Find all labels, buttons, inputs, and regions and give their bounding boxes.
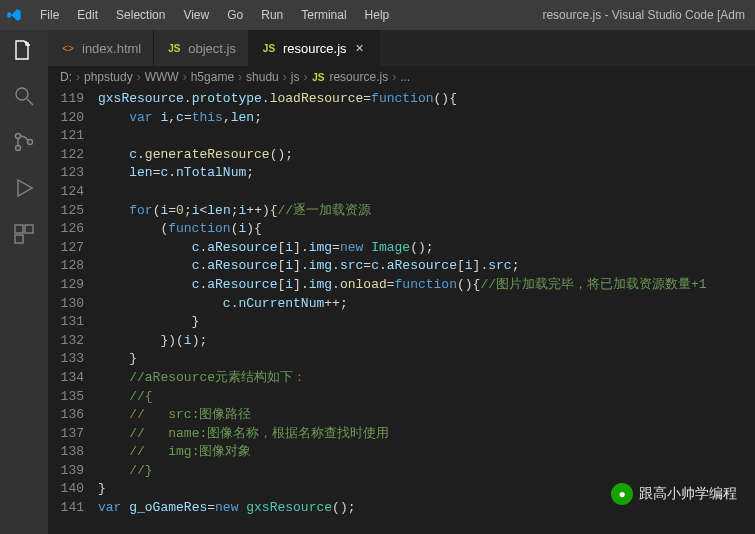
svg-point-1 xyxy=(16,134,21,139)
close-icon[interactable]: × xyxy=(353,41,367,55)
editor-area: <>index.htmlJSobject.jsJSresource.js× D:… xyxy=(48,30,755,534)
code-line[interactable]: c.generateResource(); xyxy=(98,146,755,165)
code-line[interactable]: c.aResource[i].img.onload=function(){//图… xyxy=(98,276,755,295)
code-line[interactable]: //{ xyxy=(98,388,755,407)
code-line[interactable]: } xyxy=(98,313,755,332)
line-number: 121 xyxy=(48,127,84,146)
breadcrumb-item[interactable]: h5game xyxy=(191,70,234,84)
code-line[interactable]: } xyxy=(98,350,755,369)
menu-file[interactable]: File xyxy=(32,4,67,26)
code-line[interactable]: //} xyxy=(98,462,755,481)
line-number: 125 xyxy=(48,202,84,221)
svg-point-2 xyxy=(16,146,21,151)
chevron-right-icon: › xyxy=(283,70,287,84)
js-file-icon: JS xyxy=(261,40,277,56)
tab-index-html[interactable]: <>index.html xyxy=(48,30,154,66)
code-area[interactable]: 1191201211221231241251261271281291301311… xyxy=(48,88,755,534)
line-number: 141 xyxy=(48,499,84,518)
menu-bar: File Edit Selection View Go Run Terminal… xyxy=(32,4,397,26)
code-line[interactable]: c.nCurrentNum++; xyxy=(98,295,755,314)
chevron-right-icon: › xyxy=(137,70,141,84)
breadcrumb-item[interactable]: WWW xyxy=(145,70,179,84)
line-number: 139 xyxy=(48,462,84,481)
menu-edit[interactable]: Edit xyxy=(69,4,106,26)
breadcrumb-item[interactable]: js xyxy=(291,70,300,84)
line-number: 122 xyxy=(48,146,84,165)
line-number: 134 xyxy=(48,369,84,388)
code-line[interactable] xyxy=(98,183,755,202)
svg-rect-4 xyxy=(15,225,23,233)
line-number: 133 xyxy=(48,350,84,369)
line-number: 138 xyxy=(48,443,84,462)
line-number: 132 xyxy=(48,332,84,351)
js-file-icon: JS xyxy=(311,70,325,84)
svg-point-0 xyxy=(16,88,28,100)
menu-help[interactable]: Help xyxy=(357,4,398,26)
tab-label: resource.js xyxy=(283,41,347,56)
run-debug-icon[interactable] xyxy=(12,176,36,200)
code-line[interactable]: })(i); xyxy=(98,332,755,351)
breadcrumb-more[interactable]: ... xyxy=(400,70,410,84)
html-file-icon: <> xyxy=(60,40,76,56)
code-line[interactable]: (function(i){ xyxy=(98,220,755,239)
line-number: 137 xyxy=(48,425,84,444)
vscode-logo-icon xyxy=(6,7,22,23)
line-number: 127 xyxy=(48,239,84,258)
wechat-icon: ● xyxy=(611,483,633,505)
code-line[interactable]: // img:图像对象 xyxy=(98,443,755,462)
tabs-row: <>index.htmlJSobject.jsJSresource.js× xyxy=(48,30,755,66)
window-title: resource.js - Visual Studio Code [Adm xyxy=(397,8,749,22)
line-number: 130 xyxy=(48,295,84,314)
wechat-watermark: ● 跟高小帅学编程 xyxy=(607,482,741,506)
line-gutter: 1191201211221231241251261271281291301311… xyxy=(48,88,98,534)
breadcrumb-item[interactable]: shudu xyxy=(246,70,279,84)
menu-view[interactable]: View xyxy=(175,4,217,26)
tab-resource-js[interactable]: JSresource.js× xyxy=(249,30,380,66)
watermark-text: 跟高小帅学编程 xyxy=(639,485,737,503)
line-number: 123 xyxy=(48,164,84,183)
code-line[interactable]: c.aResource[i].img=new Image(); xyxy=(98,239,755,258)
line-number: 136 xyxy=(48,406,84,425)
js-file-icon: JS xyxy=(166,40,182,56)
menu-run[interactable]: Run xyxy=(253,4,291,26)
extensions-icon[interactable] xyxy=(12,222,36,246)
menu-go[interactable]: Go xyxy=(219,4,251,26)
code-line[interactable]: for(i=0;i<len;i++){//逐一加载资源 xyxy=(98,202,755,221)
chevron-right-icon: › xyxy=(303,70,307,84)
line-number: 135 xyxy=(48,388,84,407)
chevron-right-icon: › xyxy=(238,70,242,84)
svg-rect-5 xyxy=(25,225,33,233)
breadcrumb-item[interactable]: D: xyxy=(60,70,72,84)
line-number: 126 xyxy=(48,220,84,239)
breadcrumb-item[interactable]: phpstudy xyxy=(84,70,133,84)
menu-selection[interactable]: Selection xyxy=(108,4,173,26)
menu-terminal[interactable]: Terminal xyxy=(293,4,354,26)
search-icon[interactable] xyxy=(12,84,36,108)
line-number: 119 xyxy=(48,90,84,109)
tab-object-js[interactable]: JSobject.js xyxy=(154,30,249,66)
code-line[interactable]: c.aResource[i].img.src=c.aResource[i].sr… xyxy=(98,257,755,276)
chevron-right-icon: › xyxy=(183,70,187,84)
activity-bar xyxy=(0,30,48,534)
line-number: 129 xyxy=(48,276,84,295)
code-line[interactable] xyxy=(98,127,755,146)
line-number: 140 xyxy=(48,480,84,499)
code-line[interactable]: gxsResource.prototype.loadResource=funct… xyxy=(98,90,755,109)
source-control-icon[interactable] xyxy=(12,130,36,154)
chevron-right-icon: › xyxy=(392,70,396,84)
code-line[interactable]: // name:图像名称，根据名称查找时使用 xyxy=(98,425,755,444)
explorer-icon[interactable] xyxy=(12,38,36,62)
line-number: 128 xyxy=(48,257,84,276)
code-content[interactable]: gxsResource.prototype.loadResource=funct… xyxy=(98,88,755,534)
title-bar: File Edit Selection View Go Run Terminal… xyxy=(0,0,755,30)
code-line[interactable]: var i,c=this,len; xyxy=(98,109,755,128)
code-line[interactable]: //aResource元素结构如下： xyxy=(98,369,755,388)
chevron-right-icon: › xyxy=(76,70,80,84)
breadcrumb-file[interactable]: JSresource.js xyxy=(311,70,388,84)
code-line[interactable]: // src:图像路径 xyxy=(98,406,755,425)
line-number: 124 xyxy=(48,183,84,202)
line-number: 120 xyxy=(48,109,84,128)
line-number: 131 xyxy=(48,313,84,332)
code-line[interactable]: len=c.nTotalNum; xyxy=(98,164,755,183)
tab-label: index.html xyxy=(82,41,141,56)
